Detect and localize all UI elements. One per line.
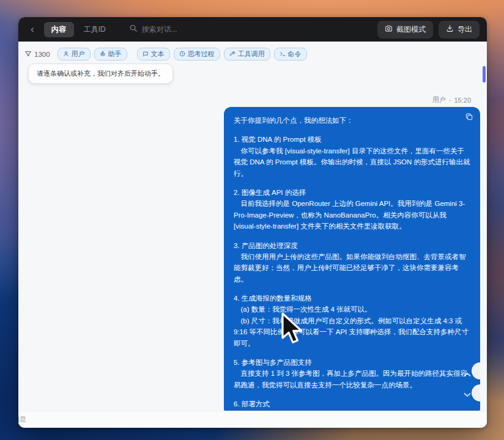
filter-bar: 1300 用户 <box>24 48 307 61</box>
search-box[interactable] <box>129 24 372 35</box>
titlebar: ‹ 内容 工具ID 截图模式 <box>18 17 487 42</box>
meta-separator: · <box>449 97 451 104</box>
copy-icon[interactable] <box>465 112 473 123</box>
message-role: 用户 <box>432 95 446 105</box>
export-label: 导出 <box>458 24 472 35</box>
screenshot-mode-label: 截图模式 <box>396 24 426 35</box>
terminal-icon <box>280 51 286 58</box>
chip-assistant[interactable]: 助手 <box>94 48 127 61</box>
chip-text[interactable]: 文本 <box>137 48 170 61</box>
user-message-bubble[interactable]: 关于你提到的几个点，我的想法如下： 1. 视觉 DNA 的 Prompt 模板 … <box>224 107 480 411</box>
wrench-icon <box>229 51 235 58</box>
chip-thinking[interactable]: 思考过程 <box>174 48 220 61</box>
chevron-up-icon[interactable] <box>464 369 471 380</box>
chip-command-label: 命令 <box>288 50 302 59</box>
tab-content[interactable]: 内容 <box>44 22 74 37</box>
chip-tool-call-label: 工具调用 <box>238 50 265 59</box>
type-chip-group: 文本 思考过程 工具调用 <box>137 48 307 61</box>
role-chip-group: 用户 助手 <box>57 48 127 61</box>
chip-thinking-label: 思考过程 <box>188 50 215 59</box>
scroll-up-blob[interactable] <box>472 362 480 380</box>
message-icon <box>143 51 149 58</box>
chat-viewer-window: ‹ 内容 工具ID 截图模式 <box>18 17 487 428</box>
message-paragraph: 4. 生成海报的数量和规格 (a) 数量：我觉得一次性生成 4 张就可以。 (b… <box>234 293 470 349</box>
message-paragraph: 1. 视觉 DNA 的 Prompt 模板 你可以参考我 [visual-sty… <box>234 134 470 179</box>
message-count-value: 1300 <box>34 51 50 58</box>
assistant-message-bubble[interactable]: 请逐条确认或补充，我们对齐后开始动手。 <box>28 64 173 84</box>
download-icon <box>446 24 454 34</box>
bot-icon <box>100 51 106 58</box>
message-time: 15:20 <box>454 97 471 104</box>
message-paragraph: 5. 参考图与多产品图支持 直接支持 1 到 3 张参考图，再加上多产品图。因为… <box>234 357 470 391</box>
status-bar-label: 消息 <box>18 415 26 424</box>
message-paragraph: 6. 部署方式 我希望能够通过云端进行部署。你可以帮我考虑一下云端部署方案，比如… <box>234 398 470 411</box>
user-icon <box>63 51 69 58</box>
clock-icon <box>179 51 185 58</box>
chip-tool-call[interactable]: 工具调用 <box>224 48 270 61</box>
chip-text-label: 文本 <box>151 50 165 59</box>
message-meta: 用户 · 15:20 <box>432 95 471 105</box>
search-icon <box>129 24 138 35</box>
scroll-down-blob[interactable] <box>472 384 480 402</box>
chip-command[interactable]: 命令 <box>274 48 307 61</box>
message-count: 1300 <box>24 50 50 59</box>
export-button[interactable]: 导出 <box>439 21 480 38</box>
message-paragraph: 3. 产品图的处理深度 我们使用用户上传的这些产品图。如果你能做到自动抠图、去背… <box>234 240 470 285</box>
chevron-down-icon[interactable] <box>464 389 471 400</box>
back-button[interactable]: ‹ <box>26 23 39 37</box>
camera-icon <box>385 24 393 34</box>
window-scrollbar-thumb[interactable] <box>483 66 486 82</box>
search-input[interactable] <box>142 25 264 34</box>
chip-assistant-label: 助手 <box>108 50 122 59</box>
funnel-icon <box>24 50 32 59</box>
status-bar: 消息 <box>18 411 487 428</box>
message-paragraph: 关于你提到的几个点，我的想法如下： <box>234 115 470 126</box>
tab-tool-id[interactable]: 工具ID <box>79 22 111 37</box>
chip-user-label: 用户 <box>72 50 85 59</box>
chat-area: 1300 用户 <box>18 42 487 411</box>
screenshot-mode-button[interactable]: 截图模式 <box>377 21 433 38</box>
message-paragraph: 2. 图像生成 API 的选择 目前我选择的是 OpenRouter 上边的 G… <box>234 187 470 232</box>
chip-user[interactable]: 用户 <box>57 48 91 61</box>
